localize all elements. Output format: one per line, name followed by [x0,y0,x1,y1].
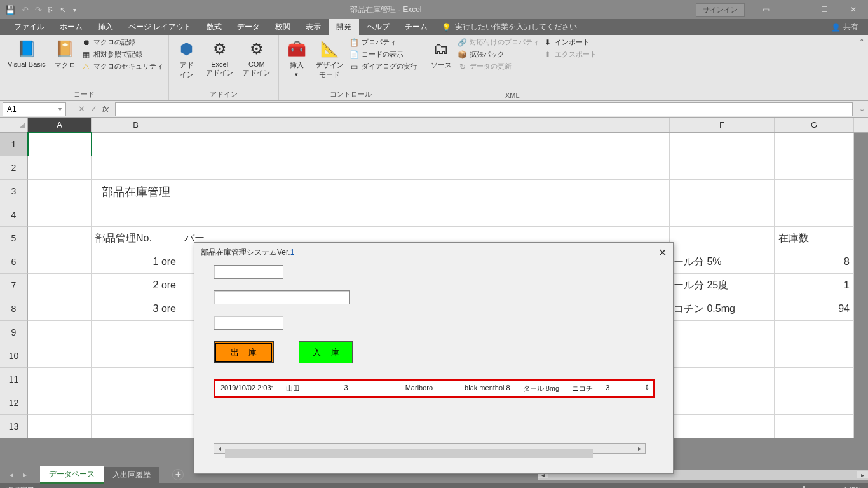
sheet-title-cell[interactable]: 部品在庫管理 [92,180,180,203]
page-layout-view-icon[interactable]: ▤ [729,486,742,489]
header-no[interactable]: 部品管理No. [92,227,180,250]
dialog-close-button[interactable]: ✕ [658,247,667,259]
share-button[interactable]: 👤共有 [831,22,858,32]
com-addins-button[interactable]: ⚙COM アドイン [240,37,273,79]
fx-icon[interactable]: fx [102,104,109,114]
scroll-thumb[interactable] [225,449,593,458]
col-header[interactable]: F [670,118,775,132]
row-header[interactable]: 2 [0,156,28,180]
table-cell[interactable]: 94 [775,297,854,321]
header-stock[interactable]: 在庫数 [775,227,854,250]
visual-basic-button[interactable]: 📘Visual Basic [5,37,48,69]
tab-view[interactable]: 表示 [298,19,329,35]
normal-view-icon[interactable]: ▦ [709,486,721,489]
tab-data[interactable]: データ [229,19,268,35]
design-mode-button[interactable]: 📐デザイン モード [313,37,346,81]
list-item[interactable]: 2019/10/02 2:03: 山田 3 Marlboro blak ment… [215,381,653,396]
name-box[interactable]: A1▾ [3,102,66,116]
view-code-button[interactable]: 📄コードの表示 [350,50,417,59]
select-all-corner[interactable] [0,118,28,132]
cell-a1[interactable] [28,133,92,156]
row-header[interactable]: 3 [0,180,28,203]
new-sheet-button[interactable]: + [172,469,184,480]
map-properties-button[interactable]: 🔗対応付けのプロパティ [458,37,539,47]
tab-help[interactable]: ヘルプ [359,19,397,35]
row-header[interactable]: 4 [0,203,28,227]
run-dialog-button[interactable]: ▭ダイアログの実行 [350,62,417,71]
redo-icon[interactable]: ↷ [35,5,42,15]
tab-home[interactable]: ホーム [52,19,90,35]
textbox-2[interactable] [214,290,350,304]
row-header[interactable]: 9 [0,321,28,344]
row-header[interactable]: 5 [0,227,28,250]
ribbon-options-icon[interactable]: ▭ [751,0,780,19]
table-cell[interactable]: 8 [775,250,854,274]
scroll-left-icon[interactable]: ◂ [214,445,225,452]
xml-source-button[interactable]: 🗂ソース [428,37,454,71]
close-button[interactable]: ✕ [839,0,868,19]
tab-team[interactable]: チーム [397,19,435,35]
tab-formulas[interactable]: 数式 [199,19,229,35]
chevron-down-icon[interactable]: ▾ [58,105,62,112]
table-cell[interactable]: コチン 0.5mg [670,297,775,321]
textbox-1[interactable] [214,265,283,279]
refresh-data-button[interactable]: ↻データの更新 [458,62,539,71]
export-button[interactable]: ⬆エクスポート [543,50,597,59]
tab-layout[interactable]: ページ レイアウト [121,19,199,35]
table-cell[interactable]: 1 ore [92,250,180,274]
table-cell[interactable]: 1 [775,274,854,297]
formula-input[interactable] [115,102,853,116]
sheet-tab-history[interactable]: 入出庫履歴 [104,467,159,483]
col-header[interactable]: G [775,118,854,132]
table-cell[interactable]: ール分 25度 [670,274,775,297]
col-header[interactable] [180,118,670,132]
col-header[interactable]: A [28,118,92,132]
table-cell[interactable]: ール分 5% [670,250,775,274]
undo-icon[interactable]: ↶ [22,5,29,15]
macro-security-button[interactable]: ⚠マクロのセキュリティ [82,62,163,71]
listbox-hscrollbar[interactable]: ◂ ▸ [214,443,646,454]
issue-button[interactable]: 出 庫 [214,341,274,363]
row-header[interactable]: 11 [0,368,28,391]
enter-icon[interactable]: ✓ [90,104,97,114]
collapse-ribbon-icon[interactable]: ˄ [856,35,868,100]
expansion-pack-button[interactable]: 📦拡張パック [458,50,539,59]
history-listbox[interactable]: 2019/10/02 2:03: 山田 3 Marlboro blak ment… [214,379,655,398]
minimize-button[interactable]: — [780,0,810,19]
row-header[interactable]: 8 [0,297,28,321]
record-macro-button[interactable]: ⏺マクロの記録 [82,37,163,47]
page-break-view-icon[interactable]: ▭ [749,486,762,489]
tab-file[interactable]: ファイル [6,19,52,35]
col-header[interactable]: B [92,118,180,132]
maximize-button[interactable]: ☐ [810,0,839,19]
row-header[interactable]: 10 [0,344,28,368]
cancel-icon[interactable]: ✕ [78,104,85,114]
pointer-icon[interactable]: ↖ [60,5,67,15]
row-header[interactable]: 12 [0,391,28,415]
save-icon[interactable]: 💾 [5,5,15,15]
touch-icon[interactable]: ⎘ [48,5,53,15]
table-cell[interactable]: 2 ore [92,274,180,297]
dialog-titlebar[interactable]: 部品在庫管理システムVer.1 ✕ [194,243,673,262]
signin-button[interactable]: サインイン [696,3,745,17]
sheet-nav[interactable]: ◂ ▸ [10,470,31,479]
tell-me[interactable]: 💡実行したい作業を入力してください [442,22,577,32]
row-header[interactable]: 6 [0,250,28,274]
insert-control-button[interactable]: 🧰挿入▾ [284,37,309,79]
properties-button[interactable]: 📋プロパティ [350,37,417,47]
textbox-3[interactable] [214,316,283,330]
relative-ref-button[interactable]: ▦相対参照で記録 [82,50,163,59]
tab-insert[interactable]: 挿入 [90,19,121,35]
macro-record-status-icon[interactable]: ▣ [41,486,47,489]
row-header[interactable]: 7 [0,274,28,297]
receive-button[interactable]: 入 庫 [299,341,353,363]
tab-developer[interactable]: 開発 [329,19,359,35]
tab-review[interactable]: 校閲 [268,19,298,35]
scroll-right-icon[interactable]: ▸ [634,445,645,452]
row-header[interactable]: 1 [0,133,28,156]
import-button[interactable]: ⬇インポート [543,37,597,47]
macros-button[interactable]: 📔マクロ [52,37,78,71]
addins-button[interactable]: ⬢アド イン [174,37,200,81]
table-cell[interactable]: 3 ore [92,297,180,321]
excel-addins-button[interactable]: ⚙Excel アドイン [203,37,236,79]
